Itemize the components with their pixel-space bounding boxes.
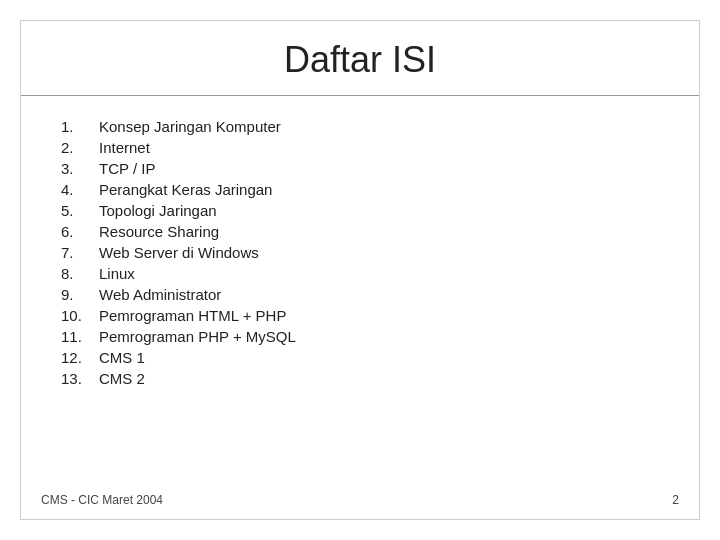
item-text: Pemrograman PHP + MySQL: [99, 328, 296, 345]
item-number: 4.: [61, 181, 99, 198]
list-item: 3.TCP / IP: [61, 158, 659, 179]
list-item: 9.Web Administrator: [61, 284, 659, 305]
item-text: TCP / IP: [99, 160, 155, 177]
item-number: 11.: [61, 328, 99, 345]
slide: Daftar ISI 1.Konsep Jaringan Komputer2.I…: [20, 20, 700, 520]
item-text: Web Administrator: [99, 286, 221, 303]
item-number: 10.: [61, 307, 99, 324]
item-number: 1.: [61, 118, 99, 135]
item-text: Perangkat Keras Jaringan: [99, 181, 272, 198]
item-text: Linux: [99, 265, 135, 282]
list-item: 13.CMS 2: [61, 368, 659, 389]
list-item: 5.Topologi Jaringan: [61, 200, 659, 221]
item-number: 8.: [61, 265, 99, 282]
slide-title: Daftar ISI: [284, 39, 436, 80]
list-item: 2.Internet: [61, 137, 659, 158]
title-section: Daftar ISI: [21, 21, 699, 96]
item-text: Konsep Jaringan Komputer: [99, 118, 281, 135]
item-text: Pemrograman HTML + PHP: [99, 307, 286, 324]
item-number: 2.: [61, 139, 99, 156]
item-number: 13.: [61, 370, 99, 387]
item-text: Resource Sharing: [99, 223, 219, 240]
item-text: Topologi Jaringan: [99, 202, 217, 219]
item-number: 9.: [61, 286, 99, 303]
list-item: 10.Pemrograman HTML + PHP: [61, 305, 659, 326]
item-number: 3.: [61, 160, 99, 177]
list-item: 8.Linux: [61, 263, 659, 284]
item-text: CMS 2: [99, 370, 145, 387]
footer-section: CMS - CIC Maret 2004 2: [21, 485, 699, 519]
item-number: 6.: [61, 223, 99, 240]
list-item: 11.Pemrograman PHP + MySQL: [61, 326, 659, 347]
item-text: Internet: [99, 139, 150, 156]
list-item: 1.Konsep Jaringan Komputer: [61, 116, 659, 137]
item-number: 7.: [61, 244, 99, 261]
item-list: 1.Konsep Jaringan Komputer2.Internet3.TC…: [61, 116, 659, 389]
item-text: CMS 1: [99, 349, 145, 366]
item-text: Web Server di Windows: [99, 244, 259, 261]
list-item: 4.Perangkat Keras Jaringan: [61, 179, 659, 200]
footer-page: 2: [672, 493, 679, 507]
item-number: 5.: [61, 202, 99, 219]
footer-label: CMS - CIC Maret 2004: [41, 493, 163, 507]
item-number: 12.: [61, 349, 99, 366]
list-item: 6.Resource Sharing: [61, 221, 659, 242]
content-section: 1.Konsep Jaringan Komputer2.Internet3.TC…: [21, 96, 699, 485]
list-item: 7.Web Server di Windows: [61, 242, 659, 263]
list-item: 12.CMS 1: [61, 347, 659, 368]
